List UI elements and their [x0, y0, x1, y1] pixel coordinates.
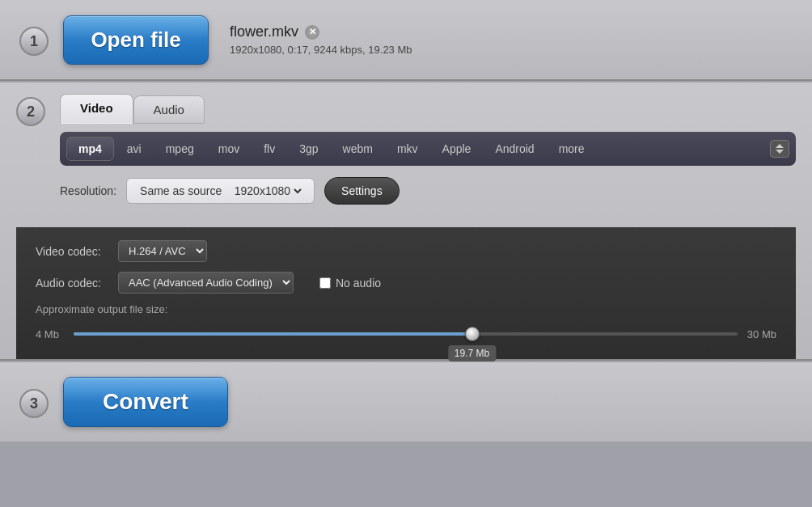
settings-button[interactable]: Settings	[324, 177, 400, 205]
format-tabs: Video Audio	[60, 94, 796, 124]
settings-panel: Video codec: H.264 / AVC Audio codec: AA…	[16, 227, 796, 359]
close-file-button[interactable]: ✕	[305, 25, 319, 40]
resolution-select[interactable]: Same as source 1920x1080	[126, 178, 315, 204]
slider-min-label: 4 Mb	[36, 328, 64, 340]
tab-audio[interactable]: Audio	[133, 95, 205, 124]
section-convert: 3 Convert	[0, 362, 812, 442]
step-1-circle: 1	[19, 27, 49, 56]
format-mp4[interactable]: mp4	[66, 137, 114, 161]
arrow-up-icon	[776, 144, 784, 148]
tab-video[interactable]: Video	[60, 94, 133, 124]
slider-thumb[interactable]: 19.7 Mb	[465, 327, 480, 341]
format-avi[interactable]: avi	[116, 137, 153, 160]
format-mov[interactable]: mov	[207, 137, 251, 160]
format-3gp[interactable]: 3gp	[288, 137, 329, 160]
convert-button[interactable]: Convert	[63, 377, 228, 427]
video-codec-row: Video codec: H.264 / AVC	[36, 240, 776, 262]
slider-fill	[74, 332, 472, 336]
format-android[interactable]: Android	[484, 137, 545, 160]
file-size-label: Approximate output file size:	[36, 303, 776, 315]
format-spinner[interactable]	[770, 140, 789, 158]
format-apple[interactable]: Apple	[431, 137, 483, 160]
file-name-row: flower.mkv ✕	[230, 23, 412, 40]
open-file-button[interactable]: Open file	[63, 15, 209, 65]
file-name: flower.mkv	[230, 23, 298, 40]
arrow-down-icon	[776, 150, 784, 154]
audio-codec-inner: Audio codec: AAC (Advanced Audio Coding)	[36, 272, 294, 294]
format-flv[interactable]: flv	[252, 137, 286, 160]
audio-codec-select[interactable]: AAC (Advanced Audio Coding)	[118, 272, 294, 294]
file-meta: 1920x1080, 0:17, 9244 kbps, 19.23 Mb	[230, 44, 412, 56]
resolution-row: Resolution: Same as source 1920x1080 Set…	[60, 174, 796, 208]
audio-codec-row: Audio codec: AAC (Advanced Audio Coding)…	[36, 272, 776, 294]
slider-max-label: 30 Mb	[747, 328, 776, 340]
format-content: Video Audio mp4 avi mpeg mov	[60, 94, 796, 208]
no-audio-label: No audio	[336, 277, 381, 289]
audio-codec-label: Audio codec:	[36, 277, 108, 289]
slider-row: 4 Mb 19.7 Mb 30 Mb	[36, 322, 776, 346]
step-2-circle: 2	[16, 97, 45, 126]
section-2-inner: 2 Video Audio mp4 avi m	[16, 94, 796, 208]
section-open-file: 1 Open file flower.mkv ✕ 1920x1080, 0:17…	[0, 0, 812, 81]
file-size-section: Approximate output file size: 4 Mb 19.7 …	[36, 303, 776, 346]
no-audio-row: No audio	[319, 277, 381, 289]
format-webm[interactable]: webm	[332, 137, 384, 160]
format-more[interactable]: more	[548, 137, 596, 160]
step-3-circle: 3	[19, 389, 49, 418]
slider-container: 19.7 Mb	[74, 322, 738, 346]
video-codec-label: Video codec:	[36, 245, 108, 258]
slider-track	[74, 332, 738, 336]
no-audio-checkbox[interactable]	[319, 277, 331, 289]
resolution-dropdown[interactable]: Same as source 1920x1080	[137, 184, 304, 198]
resolution-label: Resolution:	[60, 184, 116, 197]
section-format: 2 Video Audio mp4 avi m	[0, 82, 812, 361]
format-mkv[interactable]: mkv	[386, 137, 429, 160]
file-info: flower.mkv ✕ 1920x1080, 0:17, 9244 kbps,…	[230, 23, 412, 56]
slider-tooltip: 19.7 Mb	[448, 345, 496, 361]
video-codec-select[interactable]: H.264 / AVC	[118, 240, 207, 262]
format-bar: mp4 avi mpeg mov flv 3gp webm	[60, 132, 796, 166]
format-mpeg[interactable]: mpeg	[154, 137, 205, 160]
